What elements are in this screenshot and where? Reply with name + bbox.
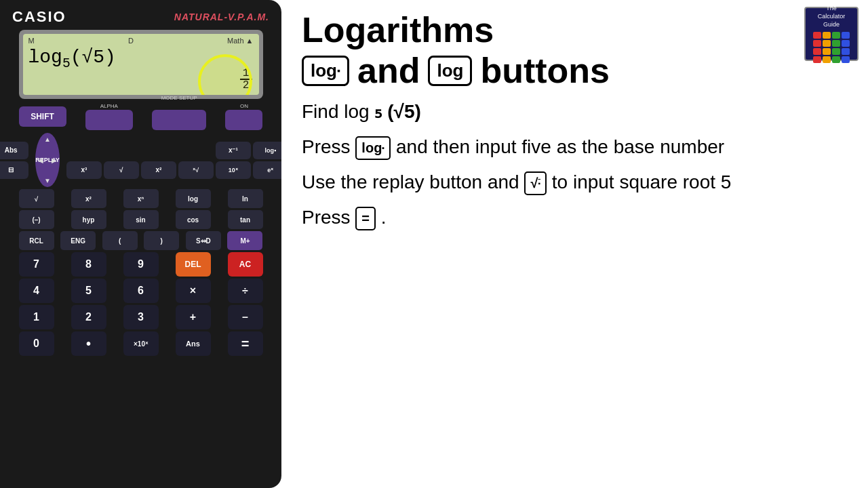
num-row-456: 4 5 6 × ÷ <box>19 279 263 303</box>
x2b-button[interactable]: x² <box>71 189 106 208</box>
replay-area: Abs ⊟ ◀ ▶ ▲ ▼ REPLAY x⁻¹ log▪ x³ √ x² ˣ√… <box>19 133 263 187</box>
ans-button[interactable]: Ans <box>176 331 211 356</box>
x-inv-button[interactable]: x⁻¹ <box>216 142 251 159</box>
neg-button[interactable]: (–) <box>19 210 54 229</box>
sin-button[interactable]: sin <box>123 210 159 229</box>
ln-button[interactable]: ln <box>228 189 263 208</box>
num3[interactable]: 3 <box>123 305 159 329</box>
press-label-1: Press <box>302 136 351 157</box>
abs-button[interactable]: Abs <box>0 142 28 159</box>
sqrt-inline-icon: √▪ <box>524 171 547 195</box>
calculator: CASIO NATURAL-V.P.A.M. M D Math ▲ log5(√… <box>0 0 281 488</box>
x10-button[interactable]: ×10ˣ <box>123 331 159 356</box>
logo-grid <box>813 32 850 63</box>
left-side-buttons: Abs ⊟ <box>0 142 28 179</box>
log-base-inline-icon: log▪ <box>355 136 391 160</box>
num2[interactable]: 2 <box>71 305 106 329</box>
sqrt2-button[interactable]: √ <box>19 189 54 208</box>
pow10-button[interactable]: 10ˣ <box>216 161 251 179</box>
press-label-3: Press <box>302 207 351 228</box>
num1[interactable]: 1 <box>19 305 54 329</box>
find-label: Find log <box>302 101 370 122</box>
ac-button[interactable]: AC <box>228 252 263 277</box>
on-button[interactable] <box>225 110 262 130</box>
title-text-logarithms: Logarithms <box>302 10 494 49</box>
num4[interactable]: 4 <box>19 279 54 303</box>
indicator-d: D <box>128 37 134 45</box>
replay-prefix: Use the replay button and <box>302 171 519 192</box>
indicator-m: M <box>28 37 35 45</box>
shift-btn-group: SHIFT <box>19 106 66 127</box>
press-equals-suffix: . <box>381 207 387 228</box>
equals-button[interactable]: = <box>228 331 263 356</box>
log10-button[interactable]: log <box>176 189 211 208</box>
hyp-button[interactable]: hyp <box>71 210 106 229</box>
rparen-button[interactable]: ) <box>144 231 179 250</box>
screen-indicators: M D Math ▲ <box>28 37 254 45</box>
num8[interactable]: 8 <box>71 252 106 277</box>
num-row-123: 1 2 3 + – <box>19 305 263 329</box>
lparen-button[interactable]: ( <box>102 231 138 250</box>
num-row-del-ac: 7 8 9 DEL AC <box>19 252 263 277</box>
num9[interactable]: 9 <box>123 252 159 277</box>
screen-inner: M D Math ▲ log5(√5) 1 2 <box>23 34 259 95</box>
cos-button[interactable]: cos <box>176 210 211 229</box>
tan-button[interactable]: tan <box>228 210 263 229</box>
x2-button[interactable]: x² <box>141 161 176 179</box>
mode-button[interactable] <box>152 110 206 130</box>
arrow-left: ◀ <box>38 157 43 164</box>
rcl-button[interactable]: RCL <box>19 231 54 250</box>
replay-suffix: input square root 5 <box>573 171 732 192</box>
del-button[interactable]: DEL <box>176 252 211 277</box>
dot-button[interactable]: • <box>71 331 106 356</box>
to-text: to <box>552 171 568 192</box>
screen-expression: log5(√5) <box>28 46 254 72</box>
log-base-icon-title: log▪ <box>302 56 349 86</box>
xrt-button[interactable]: ˣ√ <box>178 161 214 179</box>
replay-sqrt-para: Use the replay button and √▪ to input sq… <box>302 169 848 195</box>
num6[interactable]: 6 <box>123 279 159 303</box>
plus-button[interactable]: + <box>176 305 211 329</box>
mode-label: MODE SETUP <box>152 95 206 101</box>
x3-button[interactable]: x³ <box>66 161 102 179</box>
find-arg: (√5) <box>387 101 421 122</box>
eng-button[interactable]: ENG <box>60 231 96 250</box>
shift-button[interactable]: SHIFT <box>19 106 66 127</box>
alpha-label: ALPHA <box>100 103 118 109</box>
div-button[interactable]: ÷ <box>228 279 263 303</box>
logo-box: TheCalculatorGuide <box>804 7 859 61</box>
press-log-base-para: Press log▪ and then input five as the ba… <box>302 134 848 160</box>
and-text: and <box>357 50 420 91</box>
screen-outer: M D Math ▲ log5(√5) 1 2 <box>19 30 263 99</box>
num-row-0: 0 • ×10ˣ Ans = <box>19 331 263 356</box>
mode-btn-group: MODE SETUP <box>152 103 206 130</box>
find-para: Find log ₅ (√5) <box>302 99 848 125</box>
arrow-right: ▶ <box>52 157 57 164</box>
alpha-button[interactable] <box>85 110 133 130</box>
xn-button[interactable]: xⁿ <box>123 189 159 208</box>
shift-alpha-row: SHIFT ALPHA MODE SETUP ON <box>19 103 263 130</box>
fraction-button[interactable]: ⊟ <box>0 161 28 179</box>
sqrt-button[interactable]: √ <box>104 161 139 179</box>
logo-text: TheCalculatorGuide <box>818 5 846 28</box>
equals-inline-icon: = <box>355 207 376 230</box>
replay-arrows: ◀ ▶ ▲ ▼ <box>35 133 60 187</box>
num5[interactable]: 5 <box>71 279 106 303</box>
content-body: Find log ₅ (√5) Press log▪ and then inpu… <box>302 99 848 240</box>
func-row-3: RCL ENG ( ) S⇔D M+ <box>19 231 263 250</box>
mplus-button[interactable]: M+ <box>227 231 262 250</box>
find-base: ₅ <box>374 101 382 122</box>
num0[interactable]: 0 <box>19 331 54 356</box>
num7[interactable]: 7 <box>19 252 54 277</box>
func-row-2: (–) hyp sin cos tan <box>19 210 263 229</box>
mult-button[interactable]: × <box>176 279 211 303</box>
subtitle-row: log▪ and log buttons <box>302 50 848 91</box>
press-equals-para: Press = . <box>302 205 848 230</box>
on-btn-group: ON <box>225 103 262 130</box>
minus-button[interactable]: – <box>228 305 263 329</box>
indicator-math: Math ▲ <box>227 37 253 45</box>
sd-button[interactable]: S⇔D <box>186 231 221 250</box>
func-row-1: √ x² xⁿ log ln <box>19 189 263 208</box>
replay-dpad[interactable]: ◀ ▶ ▲ ▼ REPLAY <box>35 133 60 187</box>
calc-brand: CASIO <box>12 8 66 26</box>
